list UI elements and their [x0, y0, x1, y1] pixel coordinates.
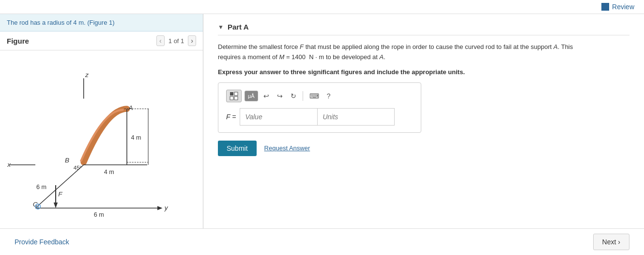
figure-prev-button[interactable]: ‹ [156, 35, 165, 46]
right-panel: ▼ Part A Determine the smallest force F … [203, 14, 644, 228]
answer-box: μÅ ↩ ↪ ↻ ⌨ ? F = [218, 82, 421, 133]
svg-text:A: A [128, 104, 133, 112]
mu-label: μÅ [248, 93, 255, 99]
review-button[interactable]: Review [601, 3, 634, 11]
units-input[interactable] [317, 108, 395, 126]
input-row: F = [226, 108, 413, 126]
svg-rect-27 [234, 92, 238, 96]
support-variable: A [553, 43, 558, 50]
problem-description: Determine the smallest force F that must… [218, 42, 586, 63]
figure-nav: ‹ 1 of 1 › [156, 35, 196, 46]
mu-button[interactable]: μÅ [245, 91, 258, 101]
figure-title: Figure [7, 37, 29, 45]
figure-canvas: x z A B 45° 4 m [0, 50, 203, 228]
next-chevron-icon: › [618, 238, 620, 246]
svg-rect-26 [230, 92, 233, 96]
svg-text:y: y [164, 204, 169, 211]
svg-text:F: F [58, 191, 62, 198]
svg-text:x: x [7, 161, 11, 168]
action-row: Submit Request Answer [218, 141, 629, 156]
redo-button[interactable]: ↪ [275, 91, 285, 101]
svg-point-17 [37, 206, 39, 207]
moment-variable: M [279, 53, 284, 61]
input-label: F = [226, 113, 236, 121]
svg-marker-13 [157, 206, 163, 210]
top-bar: Review [0, 0, 644, 14]
figure-next-button[interactable]: › [188, 35, 196, 46]
left-panel: The rod has a radius of 4 m. (Figure 1) … [0, 14, 203, 228]
part-section: ▼ Part A Determine the smallest force F … [218, 19, 629, 166]
svg-text:6 m: 6 m [94, 211, 104, 218]
grid-button[interactable] [226, 90, 242, 102]
next-button[interactable]: Next › [593, 234, 629, 250]
help-button[interactable]: ? [324, 91, 333, 101]
value-input[interactable] [240, 108, 317, 126]
figure-diagram: x z A B 45° 4 m [5, 55, 198, 223]
request-answer-link[interactable]: Request Answer [264, 144, 310, 152]
math-toolbar: μÅ ↩ ↪ ↻ ⌨ ? [226, 90, 413, 102]
submit-button[interactable]: Submit [218, 141, 257, 156]
part-header: ▼ Part A [218, 19, 629, 35]
toolbar-separator [303, 91, 303, 101]
svg-text:6 m: 6 m [36, 184, 46, 191]
part-toggle-icon[interactable]: ▼ [218, 24, 224, 31]
svg-marker-19 [54, 203, 58, 208]
svg-rect-28 [230, 96, 233, 100]
main-layout: The rod has a radius of 4 m. (Figure 1) … [0, 14, 644, 228]
refresh-button[interactable]: ↻ [288, 91, 299, 101]
figure-page-indicator: 1 of 1 [169, 37, 184, 45]
support-variable-2: A [380, 53, 384, 61]
svg-rect-29 [234, 96, 238, 100]
keyboard-button[interactable]: ⌨ [307, 91, 322, 101]
grid-icon [230, 92, 238, 100]
svg-text:B: B [65, 157, 69, 164]
svg-text:z: z [85, 71, 89, 79]
review-icon [601, 3, 609, 11]
provide-feedback-link[interactable]: Provide Feedback [15, 238, 69, 246]
part-title: Part A [228, 23, 249, 31]
problem-statement: The rod has a radius of 4 m. (Figure 1) [0, 14, 203, 32]
svg-text:4 m: 4 m [131, 134, 141, 141]
figure-header: Figure ‹ 1 of 1 › [0, 32, 203, 50]
force-variable: F [300, 43, 304, 50]
review-label: Review [612, 3, 634, 11]
svg-text:4 m: 4 m [104, 169, 114, 175]
bottom-bar: Provide Feedback Next › [0, 228, 644, 255]
instruction-text: Express your answer to three significant… [218, 68, 629, 76]
undo-button[interactable]: ↩ [261, 91, 272, 101]
